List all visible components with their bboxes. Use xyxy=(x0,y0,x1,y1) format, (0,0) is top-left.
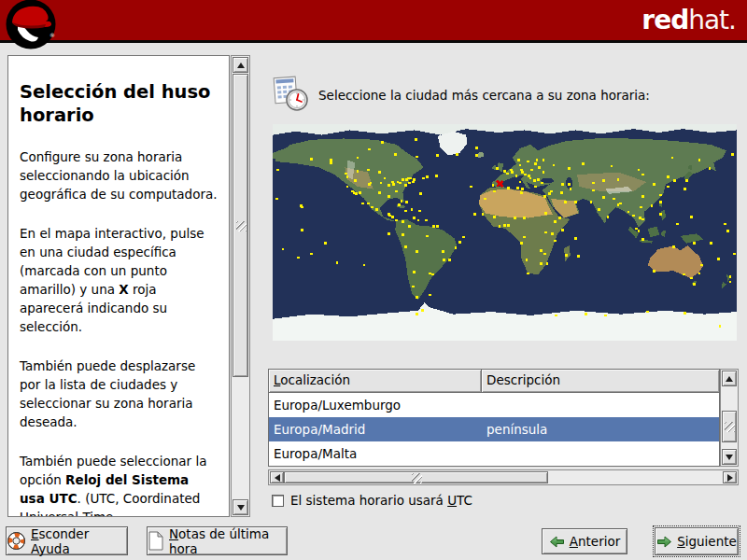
city-dot[interactable] xyxy=(690,216,693,218)
city-dot[interactable] xyxy=(641,218,644,221)
city-dot[interactable] xyxy=(667,175,669,178)
city-dot[interactable] xyxy=(729,281,732,284)
city-dot[interactable] xyxy=(561,229,564,231)
city-dot[interactable] xyxy=(523,217,526,219)
city-dot[interactable] xyxy=(710,242,712,245)
city-dot[interactable] xyxy=(640,206,642,209)
back-button[interactable]: Anterior xyxy=(542,528,627,554)
city-dot[interactable] xyxy=(673,179,676,182)
city-dot[interactable] xyxy=(429,294,431,297)
city-dot[interactable] xyxy=(357,170,359,173)
city-dot[interactable] xyxy=(418,210,421,213)
city-dot[interactable] xyxy=(617,203,620,206)
scrollbar-thumb[interactable] xyxy=(284,471,548,483)
city-dot[interactable] xyxy=(355,192,358,195)
city-dot[interactable] xyxy=(506,173,509,175)
city-dot[interactable] xyxy=(514,217,516,219)
city-dot[interactable] xyxy=(493,190,496,193)
city-dot[interactable] xyxy=(558,217,561,219)
city-dot[interactable] xyxy=(394,153,397,156)
city-dot[interactable] xyxy=(401,200,403,203)
city-dot[interactable] xyxy=(693,283,696,286)
scroll-down-button[interactable] xyxy=(233,499,248,515)
city-dot[interactable] xyxy=(516,187,519,189)
city-dot[interactable] xyxy=(363,264,366,267)
city-dot[interactable] xyxy=(391,216,394,218)
city-dot[interactable] xyxy=(719,325,722,328)
city-dot[interactable] xyxy=(484,198,486,201)
city-dot[interactable] xyxy=(517,159,520,161)
city-dot[interactable] xyxy=(503,224,506,227)
city-dot[interactable] xyxy=(482,213,485,216)
city-dot[interactable] xyxy=(709,167,712,170)
city-dot[interactable] xyxy=(671,157,674,160)
city-dot[interactable] xyxy=(590,201,593,203)
city-dot[interactable] xyxy=(276,169,279,172)
city-dot[interactable] xyxy=(551,232,554,235)
city-dot[interactable] xyxy=(530,169,533,172)
city-dot[interactable] xyxy=(431,273,434,276)
city-dot[interactable] xyxy=(676,223,679,226)
city-dot[interactable] xyxy=(641,238,644,241)
city-dot[interactable] xyxy=(700,264,703,267)
city-dot[interactable] xyxy=(619,203,622,205)
city-dot[interactable] xyxy=(408,225,411,228)
scroll-right-button[interactable] xyxy=(723,471,737,483)
city-dot[interactable] xyxy=(409,177,412,180)
city-dot[interactable] xyxy=(384,177,387,180)
city-dot[interactable] xyxy=(507,224,510,227)
city-dot[interactable] xyxy=(404,184,407,187)
city-dot[interactable] xyxy=(632,215,635,217)
city-dot[interactable] xyxy=(527,161,529,163)
scroll-left-button[interactable] xyxy=(270,471,284,483)
city-dot[interactable] xyxy=(607,216,610,218)
city-dot[interactable] xyxy=(659,201,662,203)
city-dot[interactable] xyxy=(398,203,401,206)
city-dot[interactable] xyxy=(275,198,278,201)
city-dot[interactable] xyxy=(448,259,451,261)
city-dot[interactable] xyxy=(598,208,600,211)
scroll-up-button[interactable] xyxy=(233,57,248,73)
city-dot[interactable] xyxy=(496,167,499,170)
city-dot[interactable] xyxy=(540,249,543,252)
table-row[interactable]: Europa/Malta xyxy=(269,441,719,466)
city-dot[interactable] xyxy=(388,184,390,187)
city-dot[interactable] xyxy=(413,217,416,219)
city-dot[interactable] xyxy=(282,248,285,251)
table-vertical-scrollbar[interactable] xyxy=(720,369,739,467)
city-dot[interactable] xyxy=(684,188,686,190)
city-dot[interactable] xyxy=(412,286,415,288)
city-dot[interactable] xyxy=(560,191,563,194)
city-dot[interactable] xyxy=(503,170,506,173)
city-dot[interactable] xyxy=(417,219,420,222)
city-dot[interactable] xyxy=(336,261,339,264)
city-dot[interactable] xyxy=(646,311,649,314)
city-dot[interactable] xyxy=(568,167,571,170)
city-dot[interactable] xyxy=(659,194,662,197)
city-dot[interactable] xyxy=(416,250,418,253)
city-dot[interactable] xyxy=(541,182,543,185)
city-dot[interactable] xyxy=(592,189,595,192)
city-dot[interactable] xyxy=(733,253,736,256)
city-dot[interactable] xyxy=(548,192,551,195)
next-button[interactable]: Siguiente xyxy=(655,527,739,555)
city-dot[interactable] xyxy=(381,141,384,144)
city-dot[interactable] xyxy=(507,187,510,189)
city-dot[interactable] xyxy=(543,253,546,256)
city-dot[interactable] xyxy=(585,313,587,315)
city-dot[interactable] xyxy=(554,240,557,243)
table-horizontal-scrollbar[interactable] xyxy=(268,469,739,485)
city-dot[interactable] xyxy=(412,181,415,184)
city-dot[interactable] xyxy=(310,158,313,161)
city-dot[interactable] xyxy=(534,162,537,165)
city-dot[interactable] xyxy=(415,138,417,141)
city-dot[interactable] xyxy=(523,236,526,239)
city-dot[interactable] xyxy=(653,270,655,273)
city-dot[interactable] xyxy=(391,181,394,184)
city-dot[interactable] xyxy=(521,171,524,174)
city-dot[interactable] xyxy=(413,178,416,181)
city-dot[interactable] xyxy=(421,309,424,312)
city-dot[interactable] xyxy=(397,181,400,184)
city-dot[interactable] xyxy=(353,191,356,194)
city-dot[interactable] xyxy=(402,233,404,236)
